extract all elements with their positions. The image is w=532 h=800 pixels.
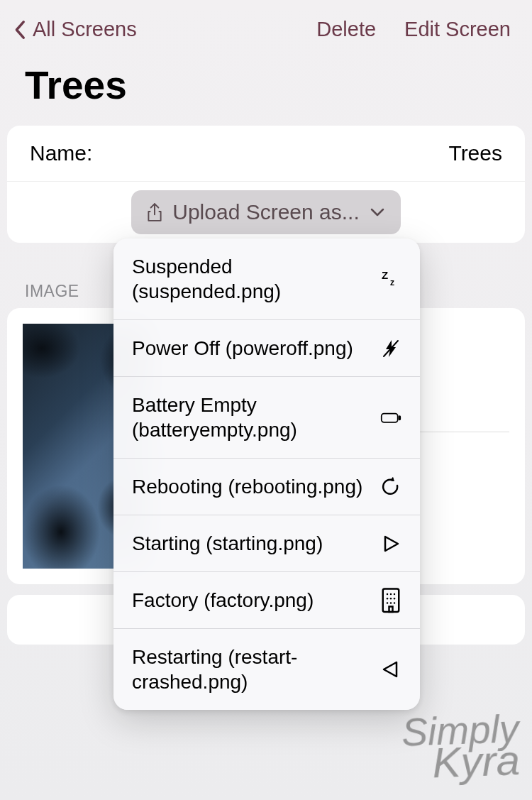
svg-rect-8 <box>383 588 399 612</box>
chevron-left-icon <box>14 20 27 40</box>
dropdown-item-restarting[interactable]: Restarting (restart-crashed.png) <box>113 629 420 710</box>
dropdown-item-poweroff[interactable]: Power Off (poweroff.png) <box>113 320 420 377</box>
dropdown-item-label: Suspended (suspended.png) <box>132 254 370 304</box>
dropdown-item-label: Power Off (poweroff.png) <box>132 336 370 361</box>
watermark-line-2: Kyra <box>402 742 521 782</box>
watermark: Simply Kyra <box>401 712 520 782</box>
building-icon <box>380 590 401 611</box>
name-value: Trees <box>448 141 502 165</box>
dropdown-item-label: Battery Empty (batteryempty.png) <box>132 393 370 442</box>
page-title: Trees <box>0 52 532 115</box>
dropdown-item-label: Starting (starting.png) <box>132 531 370 556</box>
dropdown-item-label: Rebooting (rebooting.png) <box>132 474 370 499</box>
battery-empty-icon <box>380 407 401 428</box>
upload-section: Upload Screen as... <box>7 182 525 243</box>
watermark-line-1: Simply <box>401 712 519 749</box>
upload-screen-button[interactable]: Upload Screen as... <box>131 190 400 234</box>
dropdown-item-label: Factory (factory.png) <box>132 588 370 613</box>
play-back-icon <box>380 659 401 680</box>
delete-button[interactable]: Delete <box>316 18 376 41</box>
dropdown-item-battery-empty[interactable]: Battery Empty (batteryempty.png) <box>113 377 420 459</box>
svg-marker-7 <box>385 537 398 551</box>
name-label: Name: <box>30 141 92 165</box>
name-row: Name: Trees <box>7 126 525 182</box>
back-button[interactable]: All Screens <box>14 18 137 41</box>
upload-button-label: Upload Screen as... <box>172 200 359 224</box>
dropdown-item-starting[interactable]: Starting (starting.png) <box>113 515 420 572</box>
nav-actions: Delete Edit Screen <box>316 18 511 41</box>
dropdown-item-label: Restarting (restart-crashed.png) <box>132 645 370 694</box>
dropdown-item-rebooting[interactable]: Rebooting (rebooting.png) <box>113 459 420 515</box>
navigation-bar: All Screens Delete Edit Screen <box>0 0 532 52</box>
back-label: All Screens <box>33 18 137 41</box>
name-card: Name: Trees Upload Screen as... <box>7 126 525 243</box>
upload-dropdown-menu: Suspended (suspended.png) Zz Power Off (… <box>113 239 420 710</box>
svg-text:Z: Z <box>382 269 388 281</box>
svg-rect-18 <box>389 606 393 612</box>
sleep-icon: Zz <box>380 268 401 290</box>
flash-off-icon <box>380 338 401 359</box>
share-icon <box>147 202 162 222</box>
svg-text:z: z <box>390 278 394 287</box>
chevron-down-icon <box>370 207 385 217</box>
svg-rect-5 <box>382 414 398 422</box>
play-icon <box>380 533 401 554</box>
dropdown-item-suspended[interactable]: Suspended (suspended.png) Zz <box>113 239 420 320</box>
svg-marker-19 <box>384 662 397 676</box>
edit-screen-button[interactable]: Edit Screen <box>404 18 511 41</box>
svg-rect-6 <box>399 416 400 420</box>
dropdown-item-factory[interactable]: Factory (factory.png) <box>113 572 420 629</box>
reload-icon <box>380 476 401 498</box>
